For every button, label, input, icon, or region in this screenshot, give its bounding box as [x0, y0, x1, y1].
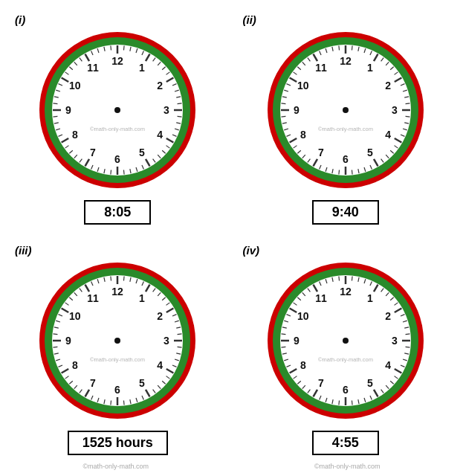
svg-text:2: 2 — [385, 310, 391, 322]
svg-text:6: 6 — [114, 384, 120, 396]
svg-line-17 — [178, 103, 182, 104]
svg-text:12: 12 — [340, 286, 352, 298]
svg-text:5: 5 — [139, 147, 145, 158]
svg-line-109 — [352, 170, 352, 175]
svg-line-186 — [124, 401, 125, 405]
svg-line-158 — [124, 276, 125, 280]
svg-text:7: 7 — [90, 147, 96, 158]
svg-point-153 — [343, 107, 349, 113]
clock-cell-iii: (iii)121234567891011©math-only-math.com1… — [4, 238, 232, 469]
svg-line-96 — [405, 116, 409, 117]
svg-text:5: 5 — [139, 377, 145, 389]
svg-text:3: 3 — [392, 104, 398, 116]
svg-text:4: 4 — [158, 359, 163, 371]
svg-line-34 — [111, 170, 111, 175]
svg-text:7: 7 — [90, 377, 96, 389]
svg-text:9: 9 — [65, 335, 71, 347]
clock-label-i: (i) — [15, 13, 25, 26]
svg-line-171 — [178, 334, 182, 335]
page-container: (i)121234567891011©math-only-math.com8:0… — [0, 0, 463, 476]
svg-line-265 — [339, 401, 340, 405]
svg-text:11: 11 — [315, 292, 327, 304]
time-display-i: 8:05 — [84, 200, 151, 225]
clock-label-ii: (ii) — [243, 13, 256, 26]
svg-text:4: 4 — [158, 129, 163, 141]
svg-line-139 — [339, 45, 340, 50]
svg-line-4 — [124, 45, 125, 50]
svg-text:9: 9 — [294, 104, 300, 116]
svg-line-280 — [281, 334, 285, 335]
svg-text:5: 5 — [367, 147, 373, 158]
svg-line-49 — [54, 103, 58, 104]
svg-text:©math-only-math.com: ©math-only-math.com — [90, 126, 145, 132]
svg-text:©math-only-math.com: ©math-only-math.com — [90, 356, 145, 363]
svg-line-124 — [281, 116, 285, 117]
svg-text:11: 11 — [87, 62, 99, 74]
svg-text:6: 6 — [114, 153, 120, 165]
svg-point-307 — [343, 338, 349, 344]
svg-text:10: 10 — [297, 310, 309, 322]
svg-line-111 — [339, 170, 340, 175]
svg-text:©math-only-math.com: ©math-only-math.com — [318, 126, 373, 132]
svg-text:10: 10 — [69, 80, 81, 91]
svg-text:12: 12 — [340, 55, 352, 67]
bottom-watermark-right: ©math-only-math.com — [314, 463, 381, 470]
svg-line-188 — [111, 401, 111, 405]
svg-line-201 — [54, 347, 58, 347]
svg-line-250 — [405, 347, 409, 347]
svg-text:4: 4 — [385, 129, 391, 141]
svg-text:7: 7 — [318, 147, 324, 158]
svg-text:2: 2 — [385, 80, 391, 91]
svg-text:3: 3 — [163, 335, 169, 347]
time-display-iii: 1525 hours — [68, 431, 168, 455]
svg-line-126 — [281, 103, 285, 104]
svg-text:7: 7 — [318, 377, 324, 389]
svg-line-81 — [352, 45, 352, 50]
svg-point-230 — [114, 338, 120, 344]
svg-line-216 — [111, 276, 111, 280]
svg-line-293 — [339, 276, 340, 280]
svg-text:4: 4 — [385, 359, 391, 371]
clock-face-i: 121234567891011©math-only-math.com — [32, 25, 203, 196]
svg-text:8: 8 — [72, 129, 78, 141]
svg-text:11: 11 — [87, 292, 99, 304]
svg-line-47 — [54, 116, 58, 117]
svg-text:©math-only-math.com: ©math-only-math.com — [318, 356, 373, 363]
time-display-iv: 4:55 — [312, 431, 379, 455]
svg-line-19 — [178, 116, 182, 117]
svg-line-263 — [352, 401, 352, 405]
clock-face-iii: 121234567891011©math-only-math.com — [32, 255, 203, 426]
svg-text:2: 2 — [158, 310, 163, 322]
svg-text:5: 5 — [367, 377, 373, 389]
clock-grid: (i)121234567891011©math-only-math.com8:0… — [0, 0, 463, 476]
svg-text:12: 12 — [111, 286, 123, 298]
svg-line-32 — [124, 170, 125, 175]
svg-line-173 — [178, 347, 182, 347]
svg-text:6: 6 — [343, 384, 349, 396]
clock-cell-ii: (ii)121234567891011©math-only-math.com9:… — [232, 7, 460, 238]
bottom-watermark-left: ©math-only-math.com — [82, 463, 149, 470]
svg-text:9: 9 — [65, 104, 71, 116]
clock-face-ii: 121234567891011©math-only-math.com — [260, 25, 431, 196]
svg-text:8: 8 — [300, 359, 306, 371]
svg-line-235 — [352, 276, 352, 280]
clock-cell-iv: (iv)121234567891011©math-only-math.com4:… — [232, 238, 460, 469]
svg-text:8: 8 — [300, 129, 306, 141]
svg-line-203 — [54, 334, 58, 335]
svg-text:12: 12 — [111, 55, 123, 67]
svg-text:1: 1 — [139, 62, 145, 74]
svg-text:8: 8 — [72, 359, 78, 371]
svg-text:6: 6 — [343, 153, 349, 165]
time-display-ii: 9:40 — [312, 200, 379, 225]
clock-face-iv: 121234567891011©math-only-math.com — [260, 255, 431, 426]
svg-line-62 — [111, 45, 111, 50]
svg-text:1: 1 — [139, 292, 145, 304]
clock-label-iv: (iv) — [243, 244, 260, 257]
svg-text:3: 3 — [163, 104, 169, 116]
clock-label-iii: (iii) — [15, 244, 32, 257]
svg-text:1: 1 — [367, 292, 373, 304]
svg-line-248 — [405, 334, 409, 335]
svg-text:2: 2 — [158, 80, 163, 91]
svg-text:9: 9 — [294, 335, 300, 347]
svg-text:10: 10 — [69, 310, 81, 322]
